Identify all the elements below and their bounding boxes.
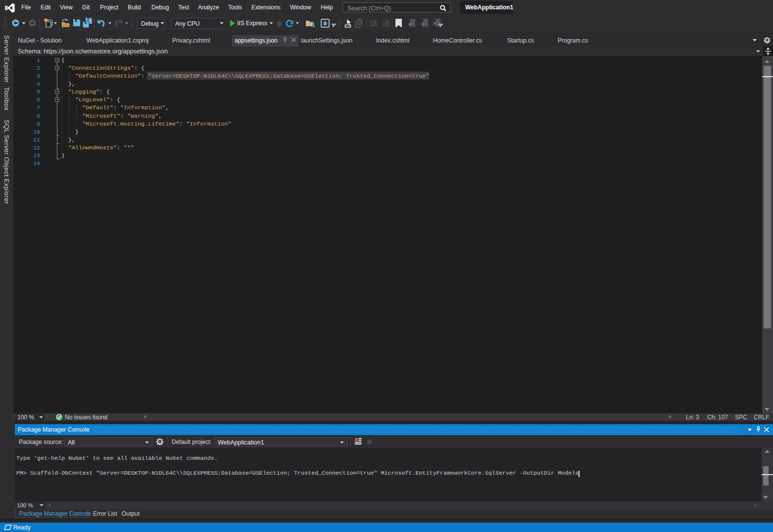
svg-text:?: ? — [382, 19, 384, 24]
